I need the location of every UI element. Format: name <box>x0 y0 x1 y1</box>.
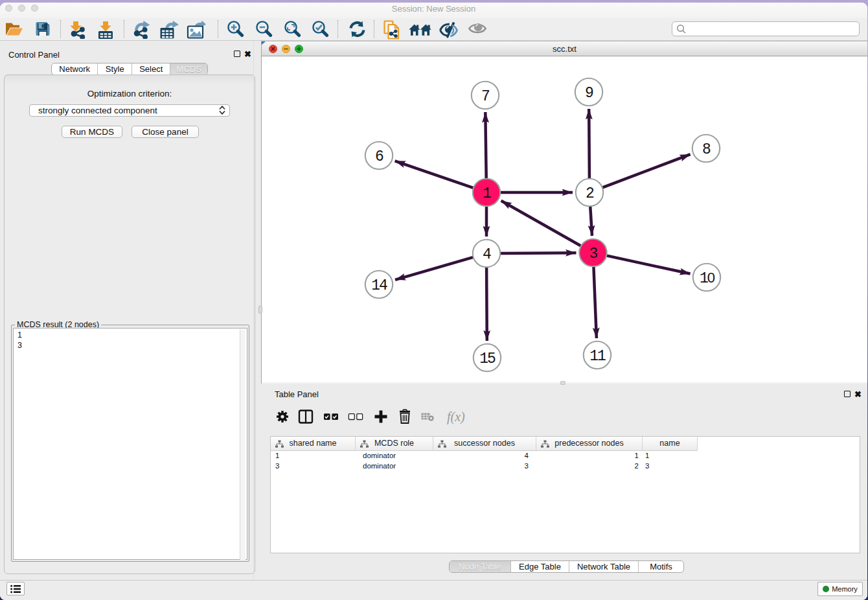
svg-text:3: 3 <box>589 246 598 262</box>
svg-text:6: 6 <box>375 148 383 165</box>
svg-text:7: 7 <box>481 88 489 105</box>
svg-text:11: 11 <box>589 348 606 365</box>
svg-text:f(x): f(x) <box>447 410 465 424</box>
svg-text:15: 15 <box>479 351 496 367</box>
svg-text:10: 10 <box>700 270 715 287</box>
svg-text:14: 14 <box>371 277 387 294</box>
svg-text:9: 9 <box>585 85 593 102</box>
svg-text:4: 4 <box>483 246 491 263</box>
svg-text:2: 2 <box>586 185 594 202</box>
svg-text:1: 1 <box>483 185 491 202</box>
svg-text:8: 8 <box>702 141 711 158</box>
